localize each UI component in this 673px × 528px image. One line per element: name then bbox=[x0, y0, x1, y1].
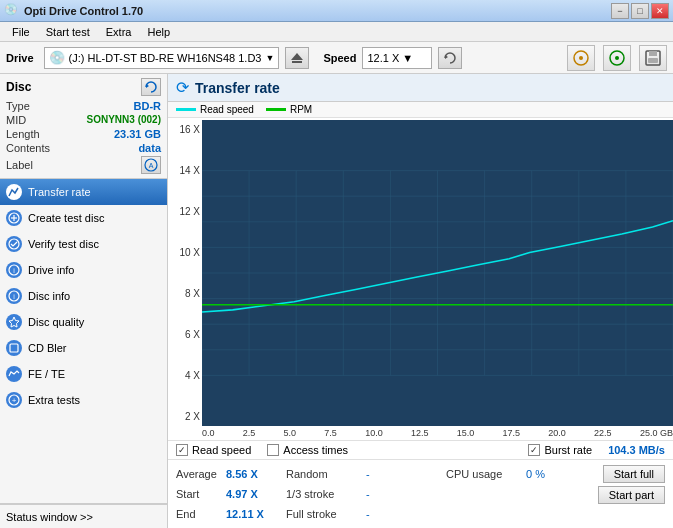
svg-rect-8 bbox=[649, 51, 657, 56]
burst-rate-checkbox-box[interactable] bbox=[528, 444, 540, 456]
chart-area: 0.0 2.5 5.0 7.5 10.0 12.5 15.0 17.5 20.0… bbox=[202, 120, 673, 438]
burst-rate-checkbox[interactable]: Burst rate bbox=[528, 444, 592, 456]
start-stat-value: 4.97 X bbox=[226, 488, 286, 500]
start-stat-label: Start bbox=[176, 488, 226, 500]
disc-refresh-button[interactable] bbox=[141, 78, 161, 96]
burst-rate-checkbox-label: Burst rate bbox=[544, 444, 592, 456]
nav-transfer-rate[interactable]: Transfer rate bbox=[0, 179, 167, 205]
type-label: Type bbox=[6, 100, 30, 112]
nav-drive-info[interactable]: i Drive info bbox=[0, 257, 167, 283]
nav-create-test-disc[interactable]: Create test disc bbox=[0, 205, 167, 231]
stroke13-label: 1/3 stroke bbox=[286, 488, 366, 500]
disc-button-2[interactable] bbox=[603, 45, 631, 71]
stats-row-average: Average 8.56 X Random - CPU usage 0 % St… bbox=[176, 464, 665, 484]
speed-value: 12.1 X ▼ bbox=[367, 52, 413, 64]
fe-te-icon bbox=[6, 366, 22, 382]
start-part-button[interactable]: Start part bbox=[598, 486, 665, 504]
menu-help[interactable]: Help bbox=[139, 24, 178, 40]
svg-marker-21 bbox=[9, 317, 19, 327]
title-bar: 💿 Opti Drive Control 1.70 − □ ✕ bbox=[0, 0, 673, 22]
access-times-checkbox-label: Access times bbox=[283, 444, 348, 456]
start-full-button[interactable]: Start full bbox=[603, 465, 665, 483]
average-value: 8.56 X bbox=[226, 468, 286, 480]
nav-fe-te[interactable]: FE / TE bbox=[0, 361, 167, 387]
maximize-button[interactable]: □ bbox=[631, 3, 649, 19]
stats-row-end: End 12.11 X Full stroke - bbox=[176, 504, 665, 524]
full-stroke-value: - bbox=[366, 508, 426, 520]
y-label-7: 2 X bbox=[174, 411, 200, 422]
svg-text:A: A bbox=[149, 162, 154, 169]
svg-text:+: + bbox=[12, 396, 17, 405]
nav-disc-info[interactable]: i Disc info bbox=[0, 283, 167, 309]
x-label-7: 17.5 bbox=[503, 428, 521, 438]
svg-point-16 bbox=[9, 239, 19, 249]
nav-disc-quality-label: Disc quality bbox=[28, 316, 84, 328]
disc-panel: Disc Type BD-R MID SONYNN3 (002) Length … bbox=[0, 74, 167, 179]
menu-start-test[interactable]: Start test bbox=[38, 24, 98, 40]
refresh-speed-button[interactable] bbox=[438, 47, 462, 69]
chart-legend: Read speed RPM bbox=[168, 102, 673, 118]
checkboxes-row: Read speed Access times Burst rate 104.3… bbox=[168, 440, 673, 459]
chart-title: Transfer rate bbox=[195, 80, 280, 96]
svg-point-4 bbox=[579, 56, 583, 60]
svg-marker-2 bbox=[445, 55, 448, 59]
legend-read-speed: Read speed bbox=[176, 104, 254, 115]
x-label-0: 0.0 bbox=[202, 428, 215, 438]
length-label: Length bbox=[6, 128, 40, 140]
chart-svg bbox=[202, 120, 673, 426]
speed-label: Speed bbox=[323, 52, 356, 64]
length-value: 23.31 GB bbox=[114, 128, 161, 140]
average-label: Average bbox=[176, 468, 226, 480]
read-speed-color bbox=[176, 108, 196, 111]
create-test-disc-icon bbox=[6, 210, 22, 226]
sidebar: Disc Type BD-R MID SONYNN3 (002) Length … bbox=[0, 74, 168, 528]
contents-value: data bbox=[138, 142, 161, 154]
nav-verify-test-disc[interactable]: Verify test disc bbox=[0, 231, 167, 257]
read-speed-checkbox-box[interactable] bbox=[176, 444, 188, 456]
main-content: Disc Type BD-R MID SONYNN3 (002) Length … bbox=[0, 74, 673, 528]
status-window-item[interactable]: Status window >> bbox=[0, 504, 167, 528]
end-stat-value: 12.11 X bbox=[226, 508, 286, 520]
rpm-legend-label: RPM bbox=[290, 104, 312, 115]
minimize-button[interactable]: − bbox=[611, 3, 629, 19]
speed-selector[interactable]: 12.1 X ▼ bbox=[362, 47, 432, 69]
menu-bar: File Start test Extra Help bbox=[0, 22, 673, 42]
read-speed-legend-label: Read speed bbox=[200, 104, 254, 115]
nav-disc-quality[interactable]: Disc quality bbox=[0, 309, 167, 335]
svg-rect-1 bbox=[292, 61, 302, 63]
random-value: - bbox=[366, 468, 426, 480]
label-icon-button[interactable]: A bbox=[141, 156, 161, 174]
drive-info-icon: i bbox=[6, 262, 22, 278]
nav-extra-tests-label: Extra tests bbox=[28, 394, 80, 406]
eject-button[interactable] bbox=[285, 47, 309, 69]
access-times-checkbox[interactable]: Access times bbox=[267, 444, 348, 456]
x-label-8: 20.0 bbox=[548, 428, 566, 438]
access-times-checkbox-box[interactable] bbox=[267, 444, 279, 456]
svg-point-6 bbox=[615, 56, 619, 60]
disc-quality-icon bbox=[6, 314, 22, 330]
disc-panel-title: Disc bbox=[6, 80, 31, 94]
drive-icon: 💿 bbox=[49, 50, 65, 65]
disc-icon-2 bbox=[608, 49, 626, 67]
y-label-1: 14 X bbox=[174, 165, 200, 176]
disc-button-1[interactable] bbox=[567, 45, 595, 71]
menu-extra[interactable]: Extra bbox=[98, 24, 140, 40]
x-label-2: 5.0 bbox=[284, 428, 297, 438]
label-icon: A bbox=[144, 158, 158, 172]
save-icon bbox=[644, 49, 662, 67]
read-speed-checkbox[interactable]: Read speed bbox=[176, 444, 251, 456]
save-button[interactable] bbox=[639, 45, 667, 71]
close-button[interactable]: ✕ bbox=[651, 3, 669, 19]
x-label-1: 2.5 bbox=[243, 428, 256, 438]
nav-cd-bler[interactable]: CD Bler bbox=[0, 335, 167, 361]
nav-extra-tests[interactable]: + Extra tests bbox=[0, 387, 167, 413]
disc-icon-1 bbox=[572, 49, 590, 67]
mid-value: SONYNN3 (002) bbox=[87, 114, 161, 126]
drive-selector[interactable]: 💿 (J:) HL-DT-ST BD-RE WH16NS48 1.D3 ▼ bbox=[44, 47, 280, 69]
menu-file[interactable]: File bbox=[4, 24, 38, 40]
nav-drive-info-label: Drive info bbox=[28, 264, 74, 276]
x-label-10: 25.0 GB bbox=[640, 428, 673, 438]
nav-transfer-rate-label: Transfer rate bbox=[28, 186, 91, 198]
chart-wrapper: 16 X 14 X 12 X 10 X 8 X 6 X 4 X 2 X bbox=[168, 118, 673, 440]
y-label-4: 8 X bbox=[174, 288, 200, 299]
